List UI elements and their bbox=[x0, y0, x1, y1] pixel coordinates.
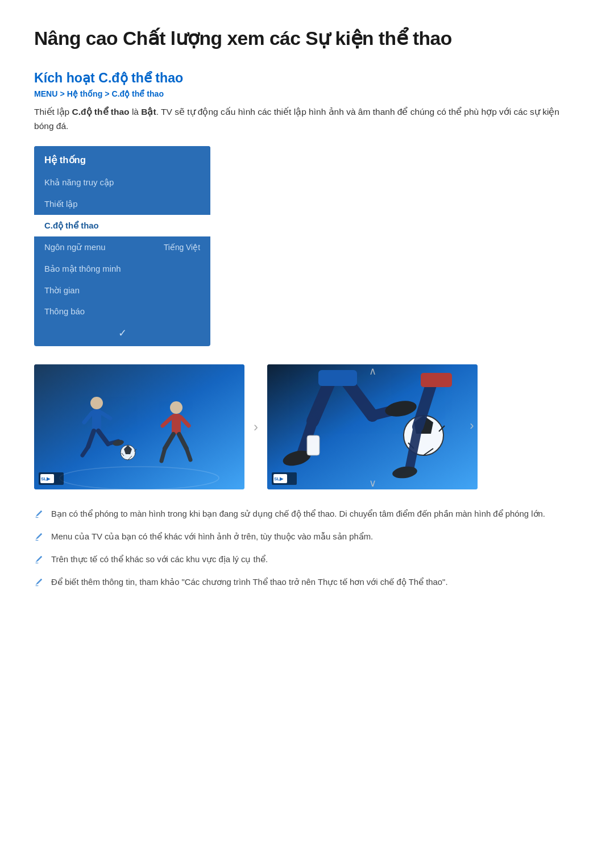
breadcrumb-item1: Hệ thống bbox=[67, 89, 103, 98]
note-text-4: Để biết thêm thông tin, tham khảo "Các c… bbox=[51, 576, 448, 589]
svg-rect-45 bbox=[36, 563, 39, 563]
note-text-1: Bạn có thể phóng to màn hình trong khi b… bbox=[51, 508, 545, 521]
svg-text:SL▶: SL▶ bbox=[274, 476, 284, 481]
svg-text:SL▶: SL▶ bbox=[41, 476, 51, 481]
menu-item-label: Ngôn ngữ menu bbox=[44, 242, 106, 252]
note-text-3: Trên thực tế có thể khác so với các khu … bbox=[51, 553, 268, 566]
svg-text:∧: ∧ bbox=[369, 366, 376, 377]
breadcrumb-item2: C.độ thể thao bbox=[112, 89, 164, 98]
menu-item-time[interactable]: Thời gian bbox=[34, 280, 210, 301]
svg-rect-44 bbox=[36, 540, 39, 541]
menu-panel: Hệ thống Khả năng truy cập Thiết lập C.đ… bbox=[34, 146, 210, 346]
after-image-svg: ∧ ∨ › SL▶ bbox=[267, 364, 478, 489]
menu-item-value: Tiếng Việt bbox=[164, 243, 200, 252]
note-item-3: Trên thực tế có thể khác so với các khu … bbox=[34, 553, 580, 567]
svg-text:∨: ∨ bbox=[369, 477, 376, 489]
menu-item-label: Bảo mật thông minh bbox=[44, 264, 121, 274]
breadcrumb-menu: MENU bbox=[34, 89, 57, 98]
breadcrumb-sep2: > bbox=[105, 89, 109, 98]
menu-item-label: Khả năng truy cập bbox=[44, 177, 114, 188]
notes-section: Bạn có thể phóng to màn hình trong khi b… bbox=[34, 508, 580, 589]
after-image-panel: ∧ ∨ › SL▶ bbox=[267, 364, 478, 489]
menu-item-thietlap[interactable]: Thiết lập bbox=[34, 193, 210, 215]
menu-item-notification[interactable]: Thông báo bbox=[34, 301, 210, 322]
before-image-panel: SL▶ bbox=[34, 364, 244, 489]
menu-item-sports-mode[interactable]: C.độ thể thao bbox=[34, 215, 210, 236]
menu-item-label: C.độ thể thao bbox=[44, 221, 99, 231]
breadcrumb-sep1: > bbox=[60, 89, 64, 98]
svg-rect-43 bbox=[36, 517, 39, 518]
pencil-icon-2 bbox=[34, 531, 44, 544]
svg-rect-31 bbox=[307, 435, 320, 455]
svg-rect-36 bbox=[421, 373, 452, 387]
svg-point-12 bbox=[170, 401, 182, 414]
menu-item-label: Thiết lập bbox=[44, 199, 78, 209]
svg-point-2 bbox=[90, 397, 103, 409]
svg-rect-0 bbox=[34, 364, 244, 489]
svg-text:›: › bbox=[470, 418, 474, 433]
pencil-icon-1 bbox=[34, 509, 44, 521]
breadcrumb: MENU > Hệ thống > C.độ thể thao bbox=[34, 89, 580, 98]
menu-item-label: Thông báo bbox=[44, 307, 85, 316]
panel-arrow-right: › bbox=[250, 419, 262, 435]
pencil-icon-4 bbox=[34, 577, 44, 589]
image-comparison-row: SL▶ › bbox=[34, 364, 580, 489]
intro-text: Thiết lập C.độ thể thao là Bật. TV sẽ tự… bbox=[34, 105, 580, 134]
menu-item-privacy[interactable]: Bảo mật thông minh bbox=[34, 258, 210, 280]
note-text-2: Menu của TV của bạn có thể khác với hình… bbox=[51, 530, 373, 543]
menu-item-accessibility[interactable]: Khả năng truy cập bbox=[34, 172, 210, 193]
menu-panel-header: Hệ thống bbox=[34, 146, 210, 172]
page-title: Nâng cao Chất lượng xem các Sự kiện thể … bbox=[34, 27, 580, 49]
pencil-icon-3 bbox=[34, 554, 44, 567]
section-title: Kích hoạt C.độ thể thao bbox=[34, 70, 580, 86]
svg-rect-30 bbox=[318, 370, 357, 386]
menu-footer: ✓ bbox=[34, 322, 210, 346]
before-image-svg: SL▶ bbox=[34, 364, 244, 489]
note-item-4: Để biết thêm thông tin, tham khảo "Các c… bbox=[34, 576, 580, 589]
svg-rect-46 bbox=[36, 585, 39, 586]
menu-item-label: Thời gian bbox=[44, 285, 80, 296]
note-item-1: Bạn có thể phóng to màn hình trong khi b… bbox=[34, 508, 580, 521]
checkmark-icon: ✓ bbox=[118, 327, 127, 339]
note-item-2: Menu của TV của bạn có thể khác với hình… bbox=[34, 530, 580, 544]
menu-item-language[interactable]: Ngôn ngữ menu Tiếng Việt bbox=[34, 236, 210, 258]
